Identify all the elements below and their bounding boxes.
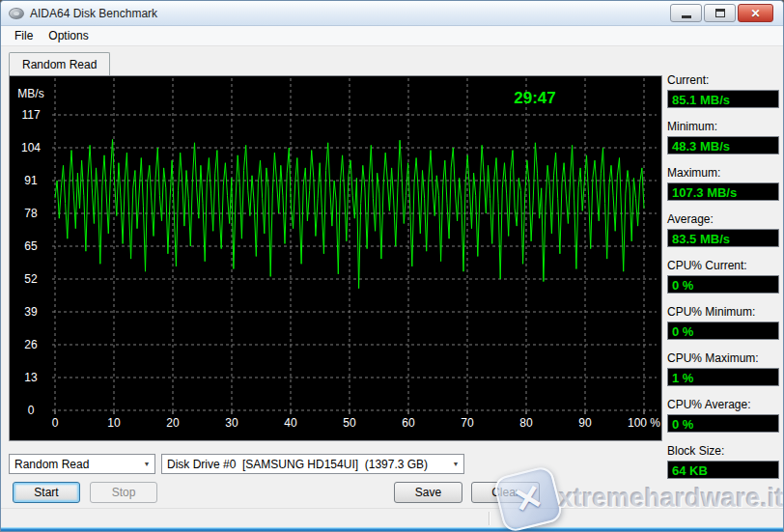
tab-label: Random Read xyxy=(22,58,97,71)
stat-label-block-size: Block Size: xyxy=(667,444,779,458)
maximize-button[interactable] xyxy=(704,4,736,22)
x-tick-label: 100 % xyxy=(628,416,660,430)
stat-value-cpu-average: 0 % xyxy=(667,414,779,433)
start-button[interactable]: Start xyxy=(13,482,80,503)
y-tick-label: 13 xyxy=(24,371,38,384)
y-axis-unit: MB/s xyxy=(17,87,43,100)
x-tick-label: 70 xyxy=(461,416,474,430)
stat-value-current: 85.1 MB/s xyxy=(667,90,779,108)
x-tick-label: 90 xyxy=(578,416,592,430)
y-tick-label: 104 xyxy=(21,141,41,154)
y-tick-label: 52 xyxy=(24,272,38,286)
maximize-icon xyxy=(715,9,725,17)
stat-value-cpu-current: 0 % xyxy=(667,275,779,294)
stat-value-cpu-minimum: 0 % xyxy=(667,322,779,340)
stat-value-cpu-maximum: 1 % xyxy=(667,368,779,386)
y-tick-label: 65 xyxy=(24,239,38,253)
clear-button[interactable]: Clear xyxy=(471,482,540,503)
chart-panel: 0102030405060708090100 %1171049178655239… xyxy=(9,75,662,441)
stat-label-cpu-minimum: CPU% Minimum: xyxy=(667,305,779,319)
status-bar xyxy=(1,508,783,527)
stat-label-maximum: Maximum: xyxy=(667,166,779,180)
window-title: AIDA64 Disk Benchmark xyxy=(30,7,670,20)
y-tick-label: 26 xyxy=(24,338,38,351)
x-tick-label: 40 xyxy=(284,416,297,430)
elapsed-time: 29:47 xyxy=(514,89,555,107)
stat-label-cpu-current: CPU% Current: xyxy=(667,259,779,272)
y-tick-label: 78 xyxy=(24,207,38,220)
stat-label-cpu-average: CPU% Average: xyxy=(667,398,779,411)
disk-drive-select[interactable]: Disk Drive #0 [SAMSUNG HD154UI] (1397.3 … xyxy=(161,454,464,474)
menubar: File Options xyxy=(1,26,783,46)
chevron-down-icon: ▼ xyxy=(139,461,154,467)
stat-value-average: 83.5 MB/s xyxy=(667,229,779,247)
disk-icon xyxy=(9,8,24,19)
stat-label-current: Current: xyxy=(667,73,779,87)
stat-value-block-size: 64 KB xyxy=(667,461,779,479)
stats-panel: Current: 85.1 MB/s Minimum: 48.3 MB/s Ma… xyxy=(667,73,779,490)
x-tick-label: 10 xyxy=(107,416,121,430)
status-bar-divider xyxy=(489,512,490,525)
stat-value-minimum: 48.3 MB/s xyxy=(667,136,779,154)
disk-drive-value: Disk Drive #0 [SAMSUNG HD154UI] (1397.3 … xyxy=(167,458,448,471)
test-type-value: Random Read xyxy=(14,458,139,471)
stat-label-cpu-maximum: CPU% Maximum: xyxy=(667,351,779,365)
x-tick-label: 30 xyxy=(225,416,238,430)
test-type-select[interactable]: Random Read ▼ xyxy=(9,454,155,474)
y-tick-label: 39 xyxy=(24,305,38,319)
stat-value-maximum: 107.3 MB/s xyxy=(667,182,779,201)
close-button[interactable]: ✕ xyxy=(738,4,773,22)
titlebar: AIDA64 Disk Benchmark ✕ xyxy=(1,1,783,26)
chevron-down-icon: ▼ xyxy=(448,461,463,467)
save-button[interactable]: Save xyxy=(394,482,462,503)
x-tick-label: 50 xyxy=(343,416,356,430)
x-tick-label: 0 xyxy=(52,416,59,430)
stop-button: Stop xyxy=(90,482,157,503)
tab-random-read[interactable]: Random Read xyxy=(9,52,110,75)
x-tick-label: 80 xyxy=(519,416,533,430)
y-tick-label: 0 xyxy=(28,404,35,417)
x-tick-label: 20 xyxy=(166,416,180,430)
y-tick-label: 91 xyxy=(24,174,38,187)
x-tick-label: 60 xyxy=(402,416,415,430)
minimize-button[interactable] xyxy=(670,4,702,22)
stat-label-minimum: Minimum: xyxy=(667,120,779,133)
benchmark-chart: 0102030405060708090100 %1171049178655239… xyxy=(10,76,661,440)
window-bottom-border xyxy=(1,527,783,532)
close-icon: ✕ xyxy=(750,8,760,19)
menu-options[interactable]: Options xyxy=(41,26,96,45)
stat-label-average: Average: xyxy=(667,212,779,226)
aida64-disk-benchmark-window: AIDA64 Disk Benchmark ✕ File Options Ran… xyxy=(0,0,784,532)
menu-file[interactable]: File xyxy=(7,26,41,45)
minimize-icon xyxy=(682,15,691,18)
y-tick-label: 117 xyxy=(21,108,40,122)
